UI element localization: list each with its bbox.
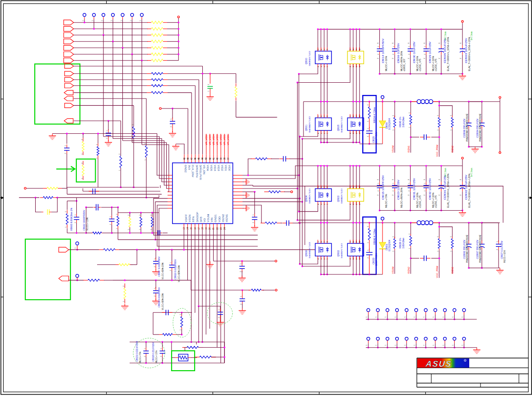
svg-text:1: 1 [433,316,434,317]
svg-text:2: 2 [437,236,439,237]
svg-text:VID6: VID6 [206,165,210,171]
svg-text:1: 1 [82,20,84,21]
svg-text:39: 39 [220,157,222,160]
svg-text:C8027 0.1UF/25V: C8027 0.1UF/25V [500,240,503,259]
svg-text:1: 1 [218,309,220,310]
svg-text:5: 5 [317,116,319,117]
svg-text:2: 2 [119,154,121,155]
svg-text:VR_VID4: VR_VID4 [212,135,215,145]
svg-text:7: 7 [324,49,326,50]
svg-text:2: 2 [450,236,452,237]
svg-text:PANASONIC/EEFSX0D331XE: PANASONIC/EEFSX0D331XE [480,235,482,262]
svg-text:C8021 0.022UF/25V: C8021 0.022UF/25V [135,341,138,362]
svg-text:2: 2 [367,104,369,105]
svg-text:1: 1 [433,345,434,346]
svg-text:1: 1 [150,229,152,230]
svg-text:ELA(_T=3000hrs_105d+/-20%: ELA(_T=3000hrs_105d+/-20% [447,37,449,71]
svg-text:1: 1 [110,216,112,217]
svg-text:20: 20 [209,227,211,230]
svg-text:VID3: VID3 [217,165,220,171]
svg-text:1: 1 [375,316,377,317]
svg-text:1: 1 [367,121,369,122]
svg-text:VCC_PRM: VCC_PRM [436,145,439,157]
svg-text:2: 2 [356,133,358,134]
svg-text:VSEN: VSEN [188,215,191,222]
svg-text:ISEN2: ISEN2 [407,267,410,274]
svg-text:6: 6 [321,187,322,188]
svg-text:1: 1 [395,316,397,317]
svg-text:42: 42 [209,157,211,160]
svg-text:1: 1 [96,158,98,159]
svg-text:1: 1 [160,348,162,349]
svg-text:Q8004: Q8004 [305,195,308,202]
svg-text:MLCC+80%-20%: MLCC+80%-20% [162,262,164,279]
svg-text:2: 2 [170,270,172,271]
svg-text:2: 2 [180,314,182,315]
svg-text:7: 7 [356,241,358,242]
svg-text:3.65KOhm: 3.65KOhm [402,238,405,249]
svg-text:Q8006: Q8006 [305,250,308,256]
svg-text:c1206_h75: c1206_h75 [434,195,437,208]
svg-text:4: 4 [317,66,319,67]
svg-text:PANASONIC/EEFSX0D331XE: PANASONIC/EEFSX0D331XE [467,113,469,141]
svg-text:1: 1 [408,183,410,184]
svg-text:ISEN1: ISEN1 [225,214,228,222]
svg-text:2: 2 [408,190,410,191]
svg-text:7: 7 [356,116,358,117]
svg-text:1: 1 [367,128,369,129]
svg-text:4: 4 [350,133,351,134]
svg-text:1: 1 [395,345,397,346]
svg-text:1: 1 [154,288,156,289]
svg-text:1: 1 [404,316,406,317]
svg-text:VR_ON: VR_ON [203,165,206,174]
svg-text:1: 1 [359,204,361,205]
svg-text:24: 24 [224,227,226,230]
svg-text:13: 13 [183,227,185,230]
svg-text:2: 2 [378,54,379,55]
svg-text:MLCC+/-10%: MLCC+/-10% [504,250,506,263]
svg-text:1: 1 [81,154,83,155]
svg-text:5: 5 [317,187,319,188]
svg-text:1: 1 [240,296,242,297]
svg-text:2: 2 [65,211,67,212]
svg-text:SI4430BDY-T1-E3: SI4430BDY-T1-E3 [308,242,311,259]
svg-text:2: 2 [139,215,141,216]
svg-text:R8045 1%: R8045 1% [399,117,401,127]
svg-text:4: 4 [317,133,319,134]
svg-text:CE8006 330UF/2V: CE8006 330UF/2V [463,118,466,138]
svg-text:C8031 10UF/25V: C8031 10UF/25V [412,178,415,200]
svg-text:1: 1 [144,348,146,349]
svg-text:1: 1 [443,316,444,317]
svg-text:1: 1 [107,130,108,131]
svg-text:2: 2 [324,66,326,67]
svg-text:h=7.7mm: h=7.7mm [444,168,447,176]
svg-text:Q8005: Q8005 [337,124,340,131]
svg-text:5: 5 [317,241,319,242]
svg-text:CE8005 100UF/25V: CE8005 100UF/25V [443,38,446,63]
svg-text:1: 1 [327,133,329,134]
svg-text:PANASONIC/EEFSX0D331XE: PANASONIC/EEFSX0D331XE [480,113,482,141]
svg-text:VID1: VID1 [224,165,228,171]
svg-text:h=7.7mm: h=7.7mm [471,168,473,176]
svg-text:EC31QS04: EC31QS04 [388,118,391,130]
svg-text:CE8002 100UF/25V: CE8002 100UF/25V [464,174,467,200]
svg-text:ELA(_T=3000hrs_105d+/-20%: ELA(_T=3000hrs_105d+/-20% [468,37,471,71]
svg-text:1: 1 [327,259,329,259]
svg-text:1: 1 [366,316,368,317]
svg-text:C8007 0.01UF/50V: C8007 0.01UF/50V [158,256,160,277]
svg-text:1: 1 [452,345,454,346]
svg-text:VR_VID6: VR_VID6 [205,135,208,145]
svg-text:48: 48 [187,157,189,160]
svg-text:1: 1 [393,251,395,252]
svg-text:2: 2 [393,115,395,116]
svg-text:2: 2 [171,126,173,127]
svg-text:44: 44 [201,157,204,160]
svg-text:19: 19 [205,227,207,230]
svg-text:C8016 0.01UF/50V: C8016 0.01UF/50V [158,287,160,307]
svg-text:1: 1 [359,66,361,67]
svg-text:2: 2 [367,257,369,258]
svg-text:1: 1 [497,241,499,242]
svg-text:2: 2 [81,163,83,164]
svg-text:2: 2 [96,144,98,145]
svg-text:8: 8 [327,187,329,188]
